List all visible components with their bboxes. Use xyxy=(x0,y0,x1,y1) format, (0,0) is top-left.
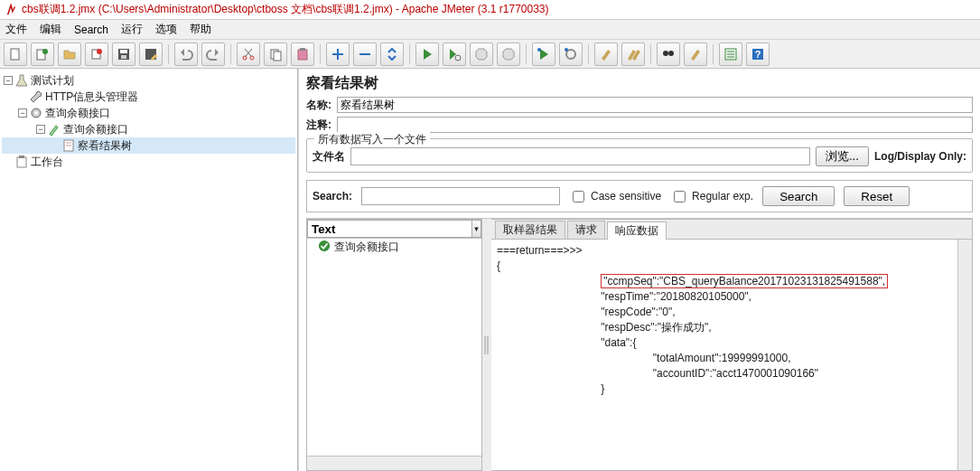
tab-sampler-result[interactable]: 取样器结果 xyxy=(495,221,565,239)
menu-options[interactable]: 选项 xyxy=(155,22,177,37)
tree-label: HTTP信息头管理器 xyxy=(45,89,138,105)
name-input[interactable] xyxy=(337,97,973,113)
renderer-value[interactable] xyxy=(307,220,472,238)
svg-marker-24 xyxy=(476,49,487,60)
menu-file[interactable]: 文件 xyxy=(5,22,27,37)
menu-run[interactable]: 运行 xyxy=(121,22,143,37)
renderer-combo[interactable]: ▼ xyxy=(307,220,481,239)
reset-button[interactable]: Reset xyxy=(844,186,910,206)
browse-button[interactable]: 浏览... xyxy=(816,146,869,166)
svg-rect-7 xyxy=(120,50,127,53)
svg-point-30 xyxy=(663,51,668,56)
toggle-icon[interactable] xyxy=(380,42,404,66)
expand-icon[interactable] xyxy=(326,42,350,66)
logdisplay-label: Log/Display Only: xyxy=(874,150,966,163)
tree-label: 察看结果树 xyxy=(78,138,132,154)
tab-request[interactable]: 请求 xyxy=(567,221,605,239)
save-icon[interactable] xyxy=(112,42,135,66)
panel-title: 察看结果树 xyxy=(299,69,980,95)
clipboard-icon xyxy=(14,155,29,169)
case-sensitive-checkbox[interactable]: Case sensitive xyxy=(569,188,661,205)
chevron-down-icon[interactable]: ▼ xyxy=(472,220,481,238)
start-notimers-icon[interactable] xyxy=(443,42,466,66)
clear-all-icon[interactable] xyxy=(621,42,645,66)
scrollbar-horizontal[interactable] xyxy=(307,456,481,470)
remote-stop-icon[interactable] xyxy=(559,42,583,66)
svg-point-46 xyxy=(319,240,330,250)
result-item[interactable]: 查询余额接口 xyxy=(307,239,481,255)
close-icon[interactable] xyxy=(85,42,108,66)
tree-listener[interactable]: 察看结果树 xyxy=(2,137,295,154)
response-tabs: 取样器结果 请求 响应数据 xyxy=(491,220,972,240)
collapse-icon[interactable] xyxy=(353,42,377,66)
tree-controller[interactable]: − 查询余额接口 xyxy=(2,105,295,121)
tree-workbench[interactable]: 工作台 xyxy=(2,154,295,170)
tree-label: 测试计划 xyxy=(31,73,74,89)
menu-search[interactable]: Search xyxy=(74,24,108,36)
reset-search-icon[interactable] xyxy=(684,42,707,66)
tab-response-data[interactable]: 响应数据 xyxy=(607,221,667,240)
tree-test-plan[interactable]: − 测试计划 xyxy=(2,72,295,89)
comment-input[interactable] xyxy=(337,117,973,133)
toggle-icon[interactable]: − xyxy=(36,125,45,134)
file-output-group: 所有数据写入一个文件 文件名 浏览... Log/Display Only: xyxy=(306,138,973,173)
templates-icon[interactable] xyxy=(31,42,54,66)
menu-edit[interactable]: 编辑 xyxy=(40,22,61,37)
svg-point-27 xyxy=(537,48,541,52)
svg-point-23 xyxy=(455,55,461,61)
response-body[interactable]: ===return===>>> { "ccmpSeq":"CBS_queryBa… xyxy=(491,240,957,470)
open-icon[interactable] xyxy=(58,42,81,66)
search-tree-icon[interactable] xyxy=(657,42,680,66)
result-label: 查询余额接口 xyxy=(334,240,399,255)
toggle-icon[interactable]: − xyxy=(4,76,13,85)
paste-icon[interactable] xyxy=(291,42,314,66)
name-label: 名称: xyxy=(306,98,337,113)
file-legend: 所有数据写入一个文件 xyxy=(314,132,430,147)
svg-marker-26 xyxy=(540,49,548,60)
toggle-icon[interactable]: − xyxy=(18,108,27,118)
split-handle[interactable] xyxy=(482,219,491,471)
menu-help[interactable]: 帮助 xyxy=(190,22,211,37)
beaker-icon xyxy=(14,73,29,88)
svg-marker-21 xyxy=(424,49,432,60)
svg-point-29 xyxy=(565,48,568,52)
comment-label: 注释: xyxy=(306,118,337,133)
clear-icon[interactable] xyxy=(594,42,618,66)
highlight-box: "ccmpSeq":"CBS_queryBalance2017102313182… xyxy=(601,274,888,288)
regex-checkbox[interactable]: Regular exp. xyxy=(670,188,753,205)
tree-header-manager[interactable]: HTTP信息头管理器 xyxy=(2,89,295,105)
svg-rect-45 xyxy=(19,155,24,158)
search-input[interactable] xyxy=(361,187,560,205)
scrollbar-vertical[interactable] xyxy=(957,240,972,470)
save-as-icon[interactable] xyxy=(139,42,163,66)
filename-input[interactable] xyxy=(350,147,810,165)
remote-start-icon[interactable] xyxy=(532,42,555,66)
new-icon[interactable] xyxy=(4,42,27,66)
page-icon xyxy=(61,138,76,153)
menubar: 文件 编辑 Search 运行 选项 帮助 xyxy=(0,20,980,40)
app-icon xyxy=(5,4,18,16)
redo-icon[interactable] xyxy=(201,42,225,66)
search-bar: Search: Case sensitive Regular exp. Sear… xyxy=(306,180,973,212)
wrench-icon xyxy=(29,89,43,104)
cut-icon[interactable] xyxy=(237,42,260,66)
tree-label: 查询余额接口 xyxy=(45,106,110,121)
function-helper-icon[interactable] xyxy=(719,42,742,66)
shutdown-icon[interactable] xyxy=(497,42,520,66)
tree-sampler[interactable]: − 查询余额接口 xyxy=(2,121,295,137)
stop-icon[interactable] xyxy=(470,42,493,66)
undo-icon[interactable] xyxy=(174,42,198,66)
case-label: Case sensitive xyxy=(591,190,661,203)
search-button[interactable]: Search xyxy=(762,186,835,206)
svg-point-13 xyxy=(250,56,254,60)
window-title: cbs联调1.2.jmx (C:\Users\Administrator\Des… xyxy=(22,2,549,17)
result-list[interactable]: 查询余额接口 xyxy=(307,239,481,456)
search-label: Search: xyxy=(313,190,352,203)
start-icon[interactable] xyxy=(415,42,439,66)
svg-rect-17 xyxy=(300,48,305,51)
help-icon[interactable]: ? xyxy=(746,42,770,66)
test-plan-tree[interactable]: − 测试计划 HTTP信息头管理器 − 查询余额接口 − 查询余额接口 察看结果… xyxy=(0,69,298,471)
gear-icon xyxy=(29,106,43,120)
svg-point-31 xyxy=(668,51,674,56)
copy-icon[interactable] xyxy=(264,42,287,66)
